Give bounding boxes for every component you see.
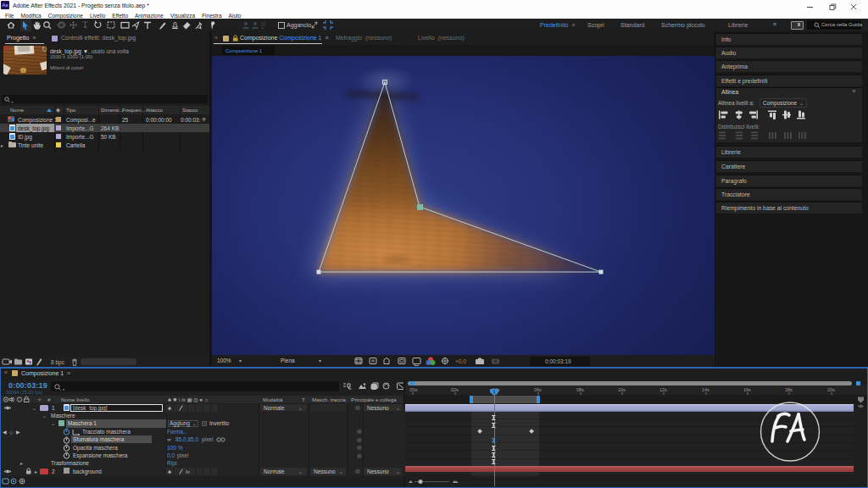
svg-text:+0,0: +0,0 [455, 358, 466, 364]
